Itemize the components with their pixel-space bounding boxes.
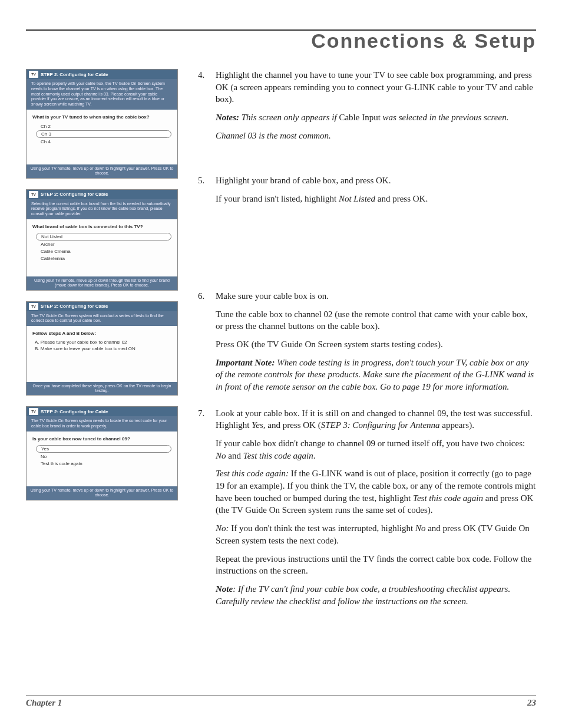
step-7-a-3: appears). — [440, 420, 474, 430]
tv-guide-badge: TV — [29, 408, 38, 415]
step-7-d: No: If you don't think the test was inte… — [216, 522, 536, 546]
ss1-titlebar: TV STEP 2: Configuring for Cable — [27, 70, 177, 79]
tv-guide-badge: TV — [29, 71, 38, 78]
notes-label: Notes: — [216, 113, 239, 122]
ss3-question: Follow steps A and B below: — [32, 331, 171, 336]
left-column: TV STEP 2: Configuring for Cable To oper… — [26, 69, 178, 621]
screenshot-brand: TV STEP 2: Configuring for Cable Selecti… — [26, 189, 178, 291]
step-7-b-test: Test this code again — [243, 451, 313, 460]
ss2-body: What brand of cable box is connected to … — [27, 219, 177, 276]
step-6-number: 6. — [194, 290, 216, 399]
ss3-body: Follow steps A and B below: A. Please tu… — [27, 326, 177, 382]
ss4-opt-1: No — [36, 453, 171, 460]
step-7-e: Repeat the previous instructions until t… — [216, 553, 536, 577]
step-6-c: Press OK (the TV Guide On Screen system … — [216, 338, 536, 351]
page-footer: Chapter 1 23 — [26, 695, 536, 708]
step-7-d-no: No — [415, 523, 426, 533]
content-columns: TV STEP 2: Configuring for Cable To oper… — [26, 69, 536, 621]
ss2-titlebar: TV STEP 2: Configuring for Cable — [27, 190, 177, 199]
ss1-body: What is your TV tuned to when using the … — [27, 110, 177, 164]
ss4-titlebar: TV STEP 2: Configuring for Cable — [27, 407, 177, 416]
step-4-text: Highlight the channel you have to tune y… — [216, 69, 536, 106]
step-7-f-label: Note — [216, 584, 233, 594]
ss3-step-b: B. Make sure to leave your cable box tur… — [35, 346, 171, 353]
screenshot-tuned-09: TV STEP 2: Configuring for Cable The TV … — [26, 406, 178, 500]
step-4: 4. Highlight the channel you have to tun… — [194, 69, 536, 147]
page-title: Connections & Setup — [26, 29, 536, 52]
right-column: 4. Highlight the channel you have to tun… — [194, 69, 536, 621]
ss4-opt-2: Test this code again — [36, 460, 171, 467]
step-7-a-2: and press OK ( — [265, 420, 320, 430]
ss2-question: What brand of cable box is connected to … — [32, 224, 171, 229]
ss2-intro: Selecting the correct cable box brand fr… — [27, 199, 177, 219]
step-5-b-pre: If your brand isn't listed, highlight — [216, 194, 339, 203]
step-6-a: Make sure your cable box is on. — [216, 290, 536, 302]
ss3-step-a: A. Please tune your cable box to channel… — [35, 340, 171, 346]
ss4-opt-0: Yes — [36, 445, 171, 453]
step-7-b-end: . — [313, 451, 316, 460]
important-note-label: Important Note: — [216, 358, 275, 367]
tv-guide-badge: TV — [29, 303, 38, 310]
ss2-opt-1: Archer — [36, 241, 171, 248]
screenshot-follow-steps: TV STEP 2: Configuring for Cable The TV … — [26, 301, 178, 396]
step-7-b-1: If your cable box didn't change to chann… — [216, 439, 525, 448]
step-5-b: If your brand isn't listed, highlight No… — [216, 193, 536, 205]
step-7-number: 7. — [194, 407, 216, 614]
step-5: 5. Highlight your brand of cable box, an… — [194, 174, 536, 210]
step-7-f-body: : If the TV can't find your cable box co… — [216, 584, 510, 606]
ss3-intro: The TV Guide On Screen system will condu… — [27, 311, 177, 327]
ss4-title: STEP 2: Configuring for Cable — [41, 409, 108, 414]
step-7-d-label: No: — [216, 523, 229, 533]
ss1-opt-2: Ch 4 — [36, 139, 171, 145]
step-7-b-and: and — [226, 451, 243, 460]
step-4-note-1: Notes: This screen only appears if Cable… — [216, 111, 536, 124]
ss4-question: Is your cable box now tuned to channel 0… — [32, 436, 171, 442]
step-4-note-1c: was selected in the previous screen. — [381, 113, 509, 122]
ss1-opt-1: Ch 3 — [36, 130, 171, 138]
ss2-opt-2: Cable Cinema — [36, 248, 171, 255]
step-7-a-step3: STEP 3: Configuring for Antenna — [321, 420, 440, 430]
footer-page-number: 23 — [527, 698, 536, 708]
ss2-title: STEP 2: Configuring for Cable — [41, 192, 108, 197]
ss2-opt-3: Cabletenna — [36, 255, 171, 262]
step-7-b: If your cable box didn't change to chann… — [216, 437, 536, 462]
screenshot-channel: TV STEP 2: Configuring for Cable To oper… — [26, 69, 178, 179]
step-7-d-1: If you don't think the test was interrup… — [229, 523, 415, 533]
ss1-foot: Using your TV remote, move up or down to… — [27, 164, 177, 178]
ss3-foot: Once you have completed these steps, pre… — [27, 382, 177, 396]
step-6-important: Important Note: When code testing is in … — [216, 357, 536, 393]
step-6: 6. Make sure your cable box is on. Tune … — [194, 290, 536, 399]
ss2-opt-0: Not Listed — [36, 233, 171, 241]
ss1-title: STEP 2: Configuring for Cable — [41, 72, 108, 77]
step-5-b-post: and press OK. — [375, 194, 428, 203]
step-7-c: Test this code again: If the G-LINK wand… — [216, 467, 536, 516]
step-7-b-no: No — [216, 451, 226, 460]
ss1-intro: To operate properly with your cable box,… — [27, 79, 177, 110]
step-6-b: Tune the cable box to channel 02 (use th… — [216, 308, 536, 332]
ss3-title: STEP 2: Configuring for Cable — [41, 304, 108, 309]
step-7-a: Look at your cable box. If it is still o… — [216, 407, 536, 431]
step-4-note-2: Channel 03 is the most common. — [216, 130, 536, 142]
step-7: 7. Look at your cable box. If it is stil… — [194, 407, 536, 614]
ss2-foot: Using your TV remote, move up or down th… — [27, 276, 177, 290]
footer-chapter: Chapter 1 — [26, 698, 62, 708]
step-7-a-yes: Yes, — [252, 420, 265, 430]
ss4-intro: The TV Guide On Screen system needs to l… — [27, 416, 177, 431]
step-5-number: 5. — [194, 174, 216, 210]
step-7-c-label: Test this code again: — [216, 469, 289, 478]
step-4-number: 4. — [194, 69, 216, 147]
ss1-question: What is your TV tuned to when using the … — [32, 114, 171, 120]
ss4-body: Is your cable box now tuned to channel 0… — [27, 431, 177, 486]
step-7-c-em: Test this code again — [413, 493, 483, 503]
ss4-foot: Using your TV remote, move up or down to… — [27, 486, 177, 500]
step-5-a: Highlight your brand of cable box, and p… — [216, 174, 536, 187]
step-4-note-1b: Cable Input — [339, 113, 380, 122]
step-4-note-1a: This screen only appears if — [239, 113, 339, 122]
ss3-titlebar: TV STEP 2: Configuring for Cable — [27, 302, 177, 311]
tv-guide-badge: TV — [29, 191, 38, 198]
ss1-opt-0: Ch 2 — [36, 123, 171, 130]
step-5-b-em: Not Listed — [339, 194, 375, 203]
step-7-f: Note: If the TV can't find your cable bo… — [216, 583, 536, 607]
